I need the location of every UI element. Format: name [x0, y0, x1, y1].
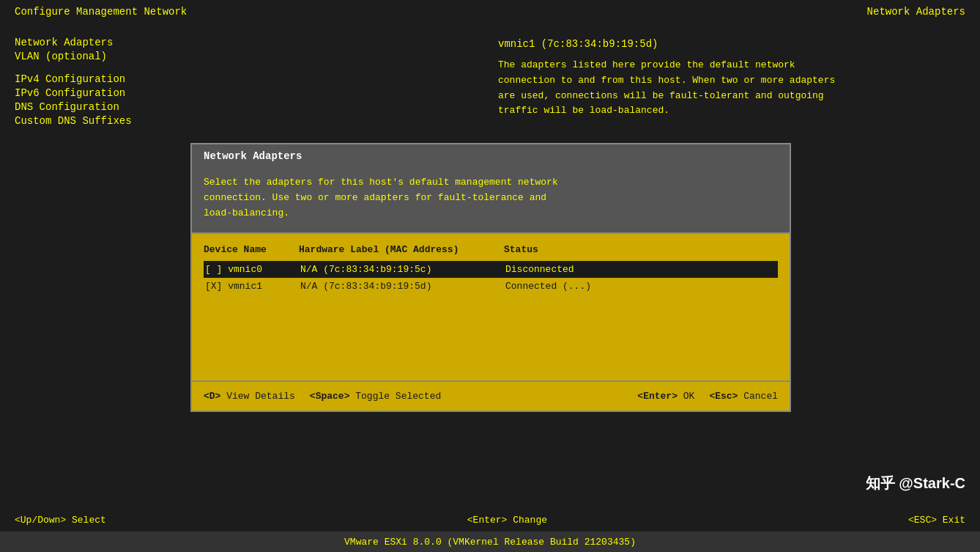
modal-network-adapters: Network Adapters Select the adapters for… — [190, 143, 791, 412]
very-bottom-bar: VMware ESXi 8.0.0 (VMKernel Release Buil… — [0, 531, 980, 552]
info-panel-title: vmnic1 (7c:83:34:b9:19:5d) — [498, 37, 965, 52]
footer-left-keys: <D> View Details <Space> Toggle Selected — [204, 391, 441, 402]
modal-description: Select the adapters for this host's defa… — [192, 168, 790, 234]
sidebar: Network Adapters VLAN (optional) IPv4 Co… — [15, 37, 132, 129]
table-cell-vmnic0-device: [ ] vmnic0 — [205, 264, 300, 275]
modal-header: Network Adapters — [192, 144, 790, 168]
esxi-version: VMware ESXi 8.0.0 (VMKernel Release Buil… — [344, 537, 636, 548]
table-cell-vmnic1-hardware: N/A (7c:83:34:b9:19:5d) — [300, 281, 505, 292]
sidebar-item-network-adapters[interactable]: Network Adapters — [15, 37, 132, 48]
table-header: Device Name Hardware Label (MAC Address)… — [204, 241, 778, 258]
table-cell-vmnic1-status: Connected (...) — [505, 281, 652, 292]
sidebar-item-custom-dns[interactable]: Custom DNS Suffixes — [15, 115, 132, 127]
sidebar-item-ipv6[interactable]: IPv6 Configuration — [15, 87, 132, 99]
table-cell-vmnic1-device: [X] vmnic1 — [205, 281, 300, 292]
sidebar-item-vlan[interactable]: VLAN (optional) — [15, 51, 132, 62]
bottom-right: <ESC> Exit — [908, 515, 965, 526]
sidebar-item-dns[interactable]: DNS Configuration — [15, 101, 132, 113]
top-bar: Configure Management Network Network Ada… — [0, 0, 980, 23]
key-toggle-selected[interactable]: <Space> Toggle Selected — [310, 391, 441, 402]
col-header-device: Device Name — [204, 244, 299, 255]
info-panel-text: The adapters listed here provide the def… — [498, 58, 965, 119]
modal-title: Network Adapters — [204, 150, 302, 162]
footer-right-keys: <Enter> OK <Esc> Cancel — [637, 391, 778, 402]
sidebar-item-ipv4[interactable]: IPv4 Configuration — [15, 73, 132, 85]
bottom-status: <Up/Down> Select <Enter> Change <ESC> Ex… — [15, 515, 965, 526]
table-row-vmnic1[interactable]: [X] vmnic1 N/A (7c:83:34:b9:19:5d) Conne… — [204, 278, 778, 295]
top-bar-left-title: Configure Management Network — [15, 6, 187, 18]
col-header-status: Status — [504, 244, 650, 255]
col-header-hardware: Hardware Label (MAC Address) — [299, 244, 504, 255]
table-row-vmnic0[interactable]: [ ] vmnic0 N/A (7c:83:34:b9:19:5c) Disco… — [204, 261, 778, 278]
main-screen: Configure Management Network Network Ada… — [0, 0, 980, 552]
key-view-details[interactable]: <D> View Details — [204, 391, 295, 402]
bottom-left: <Up/Down> Select — [15, 515, 106, 526]
modal-table-area: Device Name Hardware Label (MAC Address)… — [192, 234, 790, 380]
bottom-bar: <Up/Down> Select <Enter> Change <ESC> Ex… — [0, 510, 980, 530]
table-cell-vmnic0-hardware: N/A (7c:83:34:b9:19:5c) — [300, 264, 505, 275]
modal-footer: <D> View Details <Space> Toggle Selected… — [192, 380, 790, 411]
bottom-center: <Enter> Change — [467, 515, 547, 526]
info-panel: vmnic1 (7c:83:34:b9:19:5d) The adapters … — [498, 37, 965, 119]
key-esc-cancel[interactable]: <Esc> Cancel — [709, 391, 778, 402]
table-cell-vmnic0-status: Disconnected — [505, 264, 652, 275]
top-bar-right-title: Network Adapters — [867, 6, 965, 18]
watermark: 知乎 @Stark-C — [866, 474, 965, 493]
key-enter-ok[interactable]: <Enter> OK — [637, 391, 694, 402]
